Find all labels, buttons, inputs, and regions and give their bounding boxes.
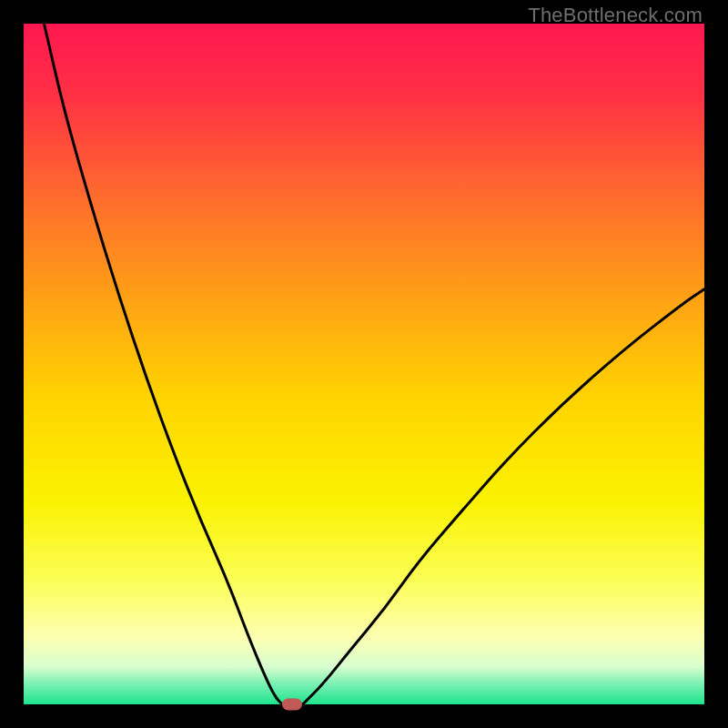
watermark-text: TheBottleneck.com	[528, 4, 703, 27]
bottleneck-curve	[24, 24, 704, 704]
minimum-marker	[282, 699, 302, 711]
chart-frame: TheBottleneck.com	[0, 0, 728, 728]
plot-area	[24, 24, 704, 704]
